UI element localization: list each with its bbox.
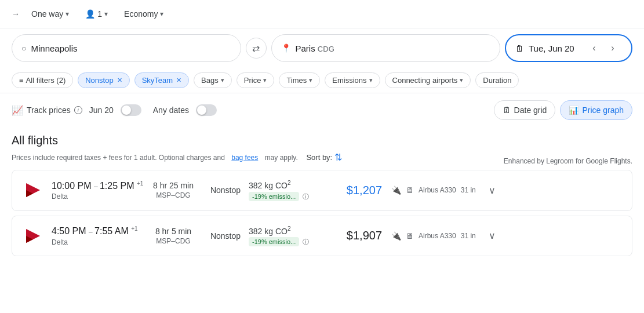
plus-days-0: +1	[137, 180, 143, 187]
dest-code: CDG	[318, 45, 334, 53]
flight-card-1: 4:50 PM – 7:55 AM +1 Delta 8 hr 5 min MS…	[12, 216, 632, 257]
next-date-button[interactable]: ›	[603, 39, 622, 57]
flight-card-0: 10:00 PM – 1:25 PM +1 Delta 8 hr 25 min …	[12, 170, 632, 211]
may-apply-text: may apply.	[265, 154, 298, 162]
track-row: 📈 Track prices i Jun 20 Any dates 🗓 Date…	[0, 93, 644, 127]
airline-logo-0	[24, 181, 42, 199]
depart-time-1: 4:50 PM	[52, 227, 86, 236]
nonstop-filter-chip[interactable]: Nonstop ✕	[78, 72, 129, 88]
any-dates-toggle[interactable]	[196, 104, 217, 116]
passengers-chevron: ▾	[104, 10, 108, 18]
flight-row-0[interactable]: 10:00 PM – 1:25 PM +1 Delta 8 hr 25 min …	[12, 170, 632, 210]
date-grid-label: Date grid	[514, 105, 547, 115]
airline-name-1: Delta	[52, 238, 144, 246]
date-grid-icon: 🗓	[503, 105, 511, 115]
price-graph-icon: 📊	[569, 105, 578, 115]
sort-icon[interactable]: ⇅	[334, 152, 342, 163]
destination-field[interactable]: 📍 Paris CDG	[271, 34, 501, 62]
price-filter-button[interactable]: Price ▾	[237, 72, 275, 88]
any-dates-toggle-thumb	[197, 105, 206, 115]
flight-price-0: $1,207	[330, 184, 382, 197]
flight-row-1[interactable]: 4:50 PM – 7:55 AM +1 Delta 8 hr 5 min MS…	[12, 216, 632, 256]
skyteam-remove-icon[interactable]: ✕	[176, 77, 181, 84]
origin-dot-icon: ○	[21, 43, 26, 53]
cabin-chevron: ▾	[160, 10, 163, 18]
flight-time-0: 10:00 PM – 1:25 PM +1	[52, 180, 144, 191]
co2-text-1: 382 kg CO2	[249, 225, 330, 236]
cabin-button[interactable]: Economy ▾	[118, 6, 169, 22]
filter-lines-icon: ≡	[19, 76, 24, 85]
flight-times-1: 4:50 PM – 7:55 AM +1 Delta	[52, 225, 144, 246]
flight-amenities-1: 🔌 🖥 Airbus A330 31 in	[391, 231, 476, 241]
all-flights-section: All flights Prices include required taxe…	[0, 127, 644, 256]
emissions-badge-0: -19% emissio...	[249, 192, 299, 201]
all-flights-title: All flights	[12, 134, 632, 147]
skyteam-filter-chip[interactable]: SkyTeam ✕	[134, 72, 189, 88]
trip-type-button[interactable]: One way ▾	[26, 6, 75, 22]
emissions-filter-button[interactable]: Emissions ▾	[325, 72, 380, 88]
track-date: Jun 20	[89, 105, 114, 115]
route-text-1: MSP–CDG	[144, 237, 202, 245]
emissions-chevron: ▾	[369, 77, 373, 84]
trip-type-chevron: ▾	[66, 10, 69, 18]
route-text-0: MSP–CDG	[144, 191, 202, 199]
skyteam-filter-label: SkyTeam	[142, 76, 173, 85]
passengers-button[interactable]: 👤 1 ▾	[79, 6, 114, 22]
connecting-airports-button[interactable]: Connecting airports ▾	[385, 72, 471, 88]
arrive-time-1: 7:55 AM	[94, 227, 129, 236]
flight-emissions-0: 382 kg CO2 -19% emissio... ⓘ	[249, 180, 330, 201]
any-dates-label: Any dates	[153, 105, 189, 115]
flight-stops-0: Nonstop	[202, 185, 249, 195]
dest-input[interactable]: Paris CDG	[296, 43, 491, 53]
dest-city: Paris	[296, 43, 315, 53]
top-bar: → One way ▾ 👤 1 ▾ Economy ▾	[0, 0, 644, 28]
swap-button[interactable]: ⇄	[246, 38, 267, 59]
flight-duration-1: 8 hr 5 min MSP–CDG	[144, 227, 202, 245]
person-icon: 👤	[85, 9, 95, 19]
duration-text-1: 8 hr 5 min	[144, 227, 202, 236]
duration-button[interactable]: Duration	[475, 72, 519, 88]
date-grid-button[interactable]: 🗓 Date grid	[494, 100, 556, 120]
price-note-row: Prices include required taxes + fees for…	[12, 152, 632, 170]
track-date-toggle-thumb	[122, 105, 131, 115]
price-text-1: $1,907	[347, 229, 382, 242]
expand-button-0[interactable]: ∨	[483, 181, 501, 199]
date-button[interactable]: 🗓 Tue, Jun 20 ‹ ›	[505, 34, 632, 62]
filter-row: ≡ All filters (2) Nonstop ✕ SkyTeam ✕ Ba…	[0, 68, 644, 93]
price-note-text: Prices include required taxes + fees for…	[12, 154, 225, 162]
connecting-label: Connecting airports	[392, 76, 458, 85]
track-date-toggle[interactable]	[121, 104, 141, 116]
prev-date-button[interactable]: ‹	[585, 39, 603, 57]
origin-input[interactable]: Minneapolis	[31, 43, 231, 53]
view-buttons: 🗓 Date grid 📊 Price graph	[494, 100, 632, 120]
bag-fees-link[interactable]: bag fees	[231, 154, 258, 162]
expand-button-1[interactable]: ∨	[483, 227, 501, 245]
price-graph-button[interactable]: 📊 Price graph	[560, 100, 632, 120]
track-prices-section: 📈 Track prices i	[12, 105, 82, 116]
plus-days-1: +1	[131, 225, 137, 232]
sort-by-label: Sort by: ⇅	[306, 152, 342, 163]
all-filters-button[interactable]: ≡ All filters (2)	[12, 72, 73, 88]
date-label: Tue, Jun 20	[529, 43, 574, 53]
emissions-badge-1: -19% emissio...	[249, 237, 299, 246]
flight-emissions-1: 382 kg CO2 -19% emissio... ⓘ	[249, 225, 330, 247]
cabin-label: Economy	[124, 9, 158, 19]
all-filters-label: All filters (2)	[26, 76, 66, 85]
enhanced-label: Enhanced by Legroom for Google Flights.	[504, 157, 632, 165]
arrive-time-0: 1:25 PM	[100, 181, 134, 191]
origin-field[interactable]: ○ Minneapolis	[12, 34, 241, 62]
emissions-info-icon-1[interactable]: ⓘ	[303, 238, 309, 245]
depart-time-0: 10:00 PM	[52, 181, 91, 191]
track-prices-info-icon[interactable]: i	[74, 106, 82, 114]
price-chevron: ▾	[263, 77, 267, 84]
bags-filter-button[interactable]: Bags ▾	[194, 72, 232, 88]
nonstop-remove-icon[interactable]: ✕	[117, 77, 122, 84]
aircraft-text-1: Airbus A330	[419, 232, 456, 240]
flight-price-1: $1,907	[330, 229, 382, 242]
legroom-text-0: 31 in	[461, 186, 476, 194]
emissions-info-icon-0[interactable]: ⓘ	[303, 193, 309, 200]
times-filter-button[interactable]: Times ▾	[279, 72, 320, 88]
duration-label: Duration	[483, 76, 511, 85]
price-text-0: $1,207	[347, 184, 382, 196]
passengers-label: 1	[97, 9, 102, 19]
